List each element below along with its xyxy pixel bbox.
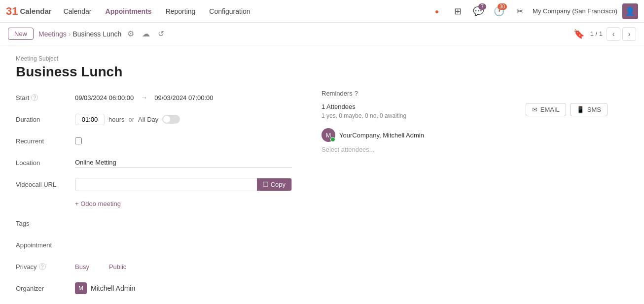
videocall-input[interactable] [75, 178, 257, 191]
topnav-right: ● ⊞ 💬 7 🕐 30 ✂ My Company (San Francisco… [429, 3, 638, 19]
logo-number: 31 [6, 5, 18, 18]
scissors-icon: ✂ [516, 6, 524, 17]
breadcrumb-parent-link[interactable]: Meetings [38, 30, 67, 38]
new-button[interactable]: New [8, 28, 34, 40]
avatar-icon: 👤 [625, 6, 635, 16]
location-label: Location [16, 159, 75, 167]
duration-row: Duration hours or All Day [16, 111, 292, 127]
organizer-name[interactable]: Mitchell Admin [91, 284, 135, 292]
grid-icon: ⊞ [454, 6, 462, 17]
main-content: Meeting Subject Business Lunch Start ? 0… [0, 45, 644, 304]
cloud-upload-icon[interactable]: ☁ [140, 28, 152, 39]
start-row: Start ? 09/03/2024 06:00:00 → 09/03/2024… [16, 90, 292, 105]
organizer-label: Organizer [16, 285, 75, 292]
logo-text: Calendar [20, 7, 51, 15]
privacy-row: Privacy ? Busy Public [16, 259, 292, 274]
videocall-row: Videocall URL ❐ Copy [16, 176, 292, 192]
recurrent-label: Recurrent [16, 137, 75, 145]
privacy-label: Privacy ? [16, 263, 75, 270]
or-label: or [129, 116, 135, 123]
videocall-label: Videocall URL [16, 181, 75, 188]
privacy-busy[interactable]: Busy [75, 263, 89, 270]
pager-prev-button[interactable]: ‹ [607, 27, 620, 41]
app-logo: 31 Calendar [6, 5, 52, 18]
top-navigation: 31 Calendar Calendar Appointments Report… [0, 0, 644, 23]
end-date[interactable]: 09/03/2024 07:00:00 [154, 94, 213, 101]
duration-label: Duration [16, 116, 75, 123]
tags-row: Tags [16, 215, 292, 231]
attendees-info: 1 Attendees 1 yes, 0 maybe, 0 no, 0 awai… [322, 103, 526, 124]
appointment-row: Appointment [16, 237, 292, 253]
location-input[interactable] [75, 157, 292, 168]
allday-toggle[interactable] [162, 115, 180, 124]
attendees-count: 1 Attendees [322, 103, 526, 110]
location-row: Location [16, 155, 292, 170]
pager-text: 1 / 1 [590, 30, 603, 37]
form-left: Start ? 09/03/2024 06:00:00 → 09/03/2024… [16, 90, 312, 304]
scissors-btn[interactable]: ✂ [512, 3, 528, 19]
privacy-help-icon[interactable]: ? [39, 263, 46, 270]
pager-next-button[interactable]: › [622, 27, 636, 41]
organizer-value: M Mitchell Admin [75, 282, 292, 294]
copy-icon: ❐ [263, 181, 269, 188]
attendee-row: M YourCompany, Mitchell Admin [322, 128, 608, 142]
recurrent-checkbox[interactable] [75, 137, 82, 144]
location-value [75, 157, 292, 168]
company-name[interactable]: My Company (San Francisco) [533, 7, 617, 15]
reminders-label: Reminders ? [322, 90, 608, 97]
nav-item-configuration[interactable]: Configuration [203, 5, 256, 17]
breadcrumb-bar: New Meetings › Business Lunch ⚙ ☁ ↺ 🔖 1 … [0, 23, 644, 45]
select-attendees[interactable]: Select attendees... [322, 146, 608, 153]
recurrent-row: Recurrent [16, 133, 292, 149]
form-grid: Start ? 09/03/2024 06:00:00 → 09/03/2024… [16, 90, 608, 304]
user-avatar[interactable]: 👤 [622, 3, 638, 19]
attendees-status: 1 yes, 0 maybe, 0 no, 0 awaiting [322, 112, 526, 119]
phone-icon: 📱 [576, 106, 584, 113]
organizer-row: Organizer M Mitchell Admin [16, 280, 292, 296]
grid-btn[interactable]: ⊞ [450, 3, 465, 19]
nav-item-calendar[interactable]: Calendar [58, 5, 98, 17]
toggle-thumb [163, 116, 170, 123]
start-date[interactable]: 09/03/2024 06:00:00 [75, 94, 134, 101]
tags-label: Tags [16, 220, 75, 227]
email-button[interactable]: ✉ EMAIL [526, 103, 566, 116]
reminders-help-icon[interactable]: ? [355, 90, 358, 97]
breadcrumb-current: Business Lunch [73, 30, 122, 38]
privacy-value: Busy Public [75, 263, 292, 270]
bookmark-icon[interactable]: 🔖 [573, 29, 584, 39]
envelope-icon: ✉ [532, 106, 537, 113]
record-btn[interactable]: ● [429, 3, 445, 19]
recurrent-value [75, 137, 292, 144]
start-help-icon[interactable]: ? [31, 94, 38, 101]
odoo-meeting-link[interactable]: + Odoo meeting [75, 200, 121, 207]
start-value: 09/03/2024 06:00:00 → 09/03/2024 07:00:0… [75, 94, 292, 101]
chat-btn[interactable]: 💬 7 [470, 3, 486, 19]
form-container: Meeting Subject Business Lunch Start ? 0… [16, 55, 608, 304]
email-sms-btns: ✉ EMAIL 📱 SMS [526, 103, 608, 116]
pager: 🔖 1 / 1 ‹ › [573, 27, 636, 41]
odoo-meeting-row: + Odoo meeting [75, 198, 292, 207]
refresh-icon[interactable]: ↺ [156, 28, 166, 39]
sms-button[interactable]: 📱 SMS [570, 103, 608, 116]
date-arrow: → [141, 94, 147, 101]
activity-btn[interactable]: 🕐 30 [491, 3, 507, 19]
attendee-status-dot [330, 137, 335, 142]
description-row: Description Add description [16, 302, 292, 304]
privacy-public[interactable]: Public [109, 263, 126, 270]
breadcrumb-separator: › [69, 30, 71, 38]
meeting-title[interactable]: Business Lunch [16, 64, 608, 80]
sms-label: SMS [587, 106, 601, 113]
attendee-name: YourCompany, Mitchell Admin [339, 132, 424, 139]
nav-item-appointments[interactable]: Appointments [100, 5, 158, 17]
duration-input[interactable] [75, 114, 105, 125]
record-icon: ● [435, 7, 439, 15]
gear-icon[interactable]: ⚙ [125, 28, 136, 39]
duration-value: hours or All Day [75, 114, 292, 125]
email-label: EMAIL [540, 106, 560, 113]
nav-item-reporting[interactable]: Reporting [160, 5, 202, 17]
hours-label: hours [108, 116, 125, 123]
chat-badge: 7 [478, 3, 486, 10]
appointment-label: Appointment [16, 241, 75, 249]
attendee-avatar-wrap: M [322, 128, 335, 142]
copy-button[interactable]: ❐ Copy [257, 178, 291, 191]
